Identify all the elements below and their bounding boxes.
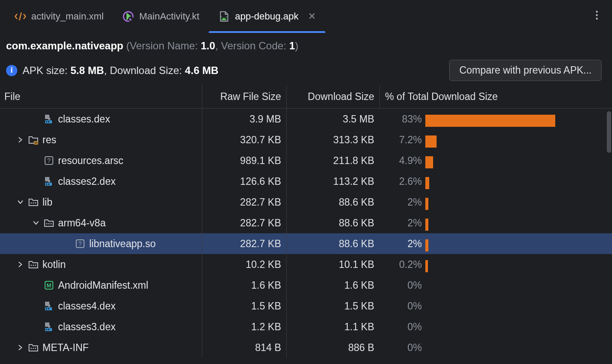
table-row[interactable]: classes4.dex1.5 KB1.5 KB0% <box>0 296 612 316</box>
file-cell: classes.dex <box>3 113 202 125</box>
compare-apk-button[interactable]: Compare with previous APK... <box>449 60 602 81</box>
dex-icon <box>43 176 55 187</box>
file-cell: ?libnativeapp.so <box>3 238 202 250</box>
file-cell: res <box>3 134 202 146</box>
svg-point-6 <box>596 11 598 13</box>
table-row[interactable]: classes3.dex1.2 KB1.1 KB0% <box>0 316 612 337</box>
column-file[interactable]: File <box>3 91 202 103</box>
table-row[interactable]: MAndroidManifest.xml1.6 KB1.6 KB0% <box>0 275 612 296</box>
file-table-body: classes.dex3.9 MB3.5 MB83%res320.7 KB313… <box>0 109 612 364</box>
svg-point-30 <box>51 223 52 225</box>
svg-rect-21 <box>48 180 50 182</box>
pct-cell: 0% <box>379 300 609 312</box>
table-row[interactable]: kotlin10.2 KB10.1 KB0.2% <box>0 254 612 275</box>
table-row[interactable]: ?resources.arsc989.1 KB211.8 KB4.9% <box>0 150 612 171</box>
pct-cell: 2% <box>379 217 609 229</box>
svg-point-34 <box>33 265 34 266</box>
file-cell: MAndroidManifest.xml <box>3 280 202 291</box>
file-cell: classes2.dex <box>3 176 202 187</box>
xml-icon <box>15 11 26 22</box>
svg-rect-23 <box>46 184 47 185</box>
pct-bar <box>425 258 609 271</box>
pct-bar <box>425 341 609 354</box>
svg-rect-10 <box>48 118 50 120</box>
raw-size: 320.7 KB <box>202 129 286 150</box>
file-name: kotlin <box>42 259 66 271</box>
close-icon[interactable]: ✕ <box>308 12 316 21</box>
file-cell: META-INF <box>3 342 202 354</box>
apk-info-header: com.example.nativeapp (Version Name: 1.0… <box>0 33 612 85</box>
svg-point-49 <box>33 348 34 349</box>
svg-point-27 <box>35 203 36 204</box>
download-size: 113.2 KB <box>286 171 379 192</box>
tab-label: activity_main.xml <box>31 11 104 22</box>
file-name: libnativeapp.so <box>89 238 155 250</box>
download-size: 88.6 KB <box>286 213 379 233</box>
package-meta: (Version Name: 1.0, Version Code: 1) <box>123 40 298 52</box>
pct-bar <box>425 279 609 291</box>
download-size: 10.1 KB <box>286 254 379 275</box>
pct-value: 83% <box>385 113 422 125</box>
pct-value: 4.9% <box>385 155 422 167</box>
column-dl[interactable]: Download Size <box>286 85 379 108</box>
dex-icon <box>43 300 55 312</box>
file-name: META-INF <box>42 342 89 354</box>
unknown-icon: ? <box>43 155 55 166</box>
unknown-icon: ? <box>74 238 86 249</box>
pct-cell: 0.2% <box>379 258 609 271</box>
pct-bar <box>425 321 609 333</box>
table-row[interactable]: lib282.7 KB88.6 KB2% <box>0 192 612 213</box>
download-size: 886 B <box>286 337 379 358</box>
file-name: classes2.dex <box>58 176 116 187</box>
chevron-right-icon[interactable] <box>16 137 24 142</box>
tab-label: app-debug.apk <box>235 11 298 22</box>
pct-bar <box>425 175 609 187</box>
table-row[interactable]: classes.dex3.9 MB3.5 MB83% <box>0 109 612 129</box>
table-row[interactable]: classes2.dex126.6 KB113.2 KB2.6% <box>0 171 612 192</box>
chevron-down-icon[interactable] <box>16 200 24 205</box>
scroll-thumb[interactable] <box>607 111 611 153</box>
pct-cell: 0% <box>379 341 609 354</box>
more-icon[interactable] <box>587 10 607 22</box>
svg-point-8 <box>596 18 598 19</box>
apk-size-summary: i APK size: 5.8 MB, Download Size: 4.6 M… <box>6 64 218 77</box>
pct-value: 2% <box>385 238 422 250</box>
download-size: 88.6 KB <box>286 192 379 213</box>
pct-bar <box>425 238 609 250</box>
chevron-right-icon[interactable] <box>16 345 24 350</box>
table-row[interactable]: META-INF814 B886 B0% <box>0 337 612 358</box>
download-size: 3.5 MB <box>286 109 379 129</box>
svg-rect-39 <box>48 305 50 307</box>
column-pct[interactable]: % of Total Download Size <box>379 85 609 108</box>
svg-rect-24 <box>48 184 49 185</box>
svg-point-29 <box>49 223 50 225</box>
pct-value: 7.2% <box>385 134 422 146</box>
table-row[interactable]: ?libnativeapp.so282.7 KB88.6 KB2% <box>0 233 612 254</box>
pct-cell: 2% <box>379 238 609 250</box>
tab-app-debug-apk[interactable]: app-debug.apk✕ <box>209 0 325 33</box>
svg-rect-44 <box>48 325 50 328</box>
svg-point-48 <box>31 348 32 349</box>
pct-bar <box>425 196 609 208</box>
tab-mainactivity-kt[interactable]: MainActivity.kt <box>113 0 209 33</box>
svg-point-33 <box>31 265 32 266</box>
tab-activity-main-xml[interactable]: activity_main.xml <box>5 0 113 33</box>
svg-point-2 <box>222 19 223 19</box>
raw-size: 814 B <box>202 337 286 358</box>
table-row[interactable]: res320.7 KB313.3 KB7.2% <box>0 129 612 150</box>
pct-value: 0% <box>385 300 422 312</box>
editor-tabs: activity_main.xmlMainActivity.ktapp-debu… <box>0 0 612 33</box>
file-cell: ?resources.arsc <box>3 155 202 167</box>
chevron-down-icon[interactable] <box>32 220 40 225</box>
svg-point-50 <box>35 348 36 349</box>
chevron-right-icon[interactable] <box>16 262 24 267</box>
file-name: res <box>42 134 56 146</box>
svg-line-5 <box>226 16 227 17</box>
column-raw[interactable]: Raw File Size <box>202 85 286 108</box>
file-table-header: File Raw File Size Download Size % of To… <box>0 85 612 109</box>
file-name: arm64-v8a <box>58 217 106 229</box>
pct-cell: 2.6% <box>379 175 609 187</box>
manifest-icon: M <box>43 280 55 291</box>
folder-icon <box>28 134 39 145</box>
table-row[interactable]: arm64-v8a282.7 KB88.6 KB2% <box>0 213 612 233</box>
